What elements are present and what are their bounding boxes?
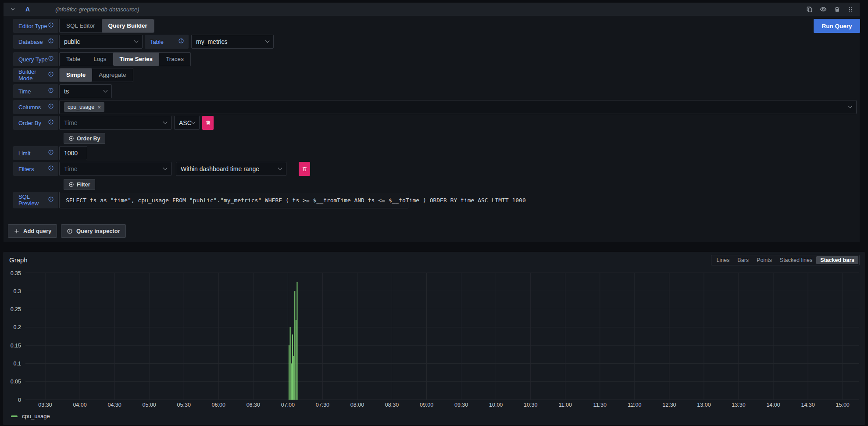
- order-by-column-select[interactable]: Time: [59, 116, 171, 130]
- info-icon[interactable]: [48, 165, 54, 173]
- editor-type-option-sql-editor[interactable]: SQL Editor: [60, 19, 102, 32]
- add-query-label: Add query: [23, 228, 51, 234]
- duplicate-query-icon[interactable]: [806, 6, 813, 13]
- svg-text:11:00: 11:00: [559, 402, 572, 408]
- columns-label-box: Columns: [13, 100, 58, 114]
- chevron-down-icon: [278, 165, 282, 170]
- add-order-by-label: Order By: [77, 136, 100, 142]
- svg-text:12:00: 12:00: [628, 402, 641, 408]
- delete-query-trash-icon[interactable]: [834, 6, 840, 13]
- svg-text:0.3: 0.3: [14, 288, 21, 294]
- svg-text:09:30: 09:30: [454, 402, 468, 408]
- order-by-label: Order By: [18, 120, 41, 126]
- svg-text:13:30: 13:30: [732, 402, 745, 408]
- add-filter-label: Filter: [77, 182, 90, 188]
- builder-mode-option-simple[interactable]: Simple: [60, 68, 92, 82]
- editor-type-label: Editor Type: [18, 23, 47, 29]
- chevron-down-icon: [163, 119, 168, 124]
- query-header-actions: [806, 6, 854, 13]
- query-inspector-label: Query inspector: [76, 228, 120, 234]
- info-icon[interactable]: [48, 103, 54, 111]
- query-type-option-table[interactable]: Table: [60, 53, 87, 66]
- limit-input[interactable]: 1000: [59, 146, 87, 160]
- graph-panel: Graph Lines Bars Points Stacked lines St…: [4, 252, 864, 425]
- time-column-select[interactable]: ts: [59, 84, 112, 98]
- query-type-option-time-series[interactable]: Time Series: [113, 53, 160, 66]
- columns-multiselect[interactable]: cpu_usage ×: [59, 100, 857, 114]
- chevron-down-icon: [848, 104, 853, 108]
- info-icon[interactable]: [48, 55, 54, 63]
- database-label-box: Database: [13, 35, 58, 49]
- query-type-radio-group: Table Logs Time Series Traces: [59, 52, 191, 66]
- info-icon[interactable]: [178, 38, 184, 46]
- table-label-box: Table: [145, 35, 189, 49]
- svg-text:05:00: 05:00: [143, 402, 156, 408]
- query-type-label-box: Query Type: [13, 52, 58, 66]
- table-value: my_metrics: [196, 38, 228, 45]
- query-row-header[interactable]: A (info8fcc-greptimedb-datasource): [4, 3, 860, 16]
- add-order-by-button[interactable]: Order By: [64, 133, 105, 144]
- filter-condition-select[interactable]: Within dashboard time range: [176, 162, 286, 176]
- query-type-option-traces[interactable]: Traces: [159, 53, 190, 66]
- sql-preview-label-box: SQL Preview: [13, 192, 58, 208]
- svg-text:08:00: 08:00: [350, 402, 364, 408]
- svg-text:0.35: 0.35: [11, 270, 21, 276]
- graph-legend[interactable]: cpu_usage: [11, 413, 50, 419]
- add-query-button[interactable]: Add query: [8, 224, 57, 238]
- table-select[interactable]: my_metrics: [191, 35, 274, 49]
- svg-text:14:30: 14:30: [801, 402, 814, 408]
- time-column-value: ts: [64, 88, 69, 95]
- database-value: public: [64, 38, 80, 45]
- sql-preview-label: SQL Preview: [18, 193, 48, 207]
- svg-text:07:00: 07:00: [281, 402, 295, 408]
- order-by-label-box: Order By: [13, 116, 58, 130]
- info-icon[interactable]: [48, 71, 54, 79]
- info-icon[interactable]: [48, 149, 54, 157]
- query-inspector-button[interactable]: Query inspector: [61, 224, 126, 238]
- collapse-chevron-icon[interactable]: [10, 6, 16, 12]
- filter-column-value: Time: [64, 165, 78, 172]
- order-by-direction-value: ASC: [179, 119, 192, 126]
- columns-label: Columns: [18, 104, 41, 111]
- add-filter-button[interactable]: Filter: [64, 179, 95, 190]
- builder-mode-label-box: Builder Mode: [13, 68, 58, 82]
- info-icon[interactable]: [48, 196, 54, 204]
- svg-text:0.2: 0.2: [14, 324, 21, 330]
- info-icon[interactable]: [48, 22, 54, 30]
- svg-text:09:00: 09:00: [420, 402, 433, 408]
- query-ref-id[interactable]: A: [25, 6, 30, 13]
- info-icon[interactable]: [48, 38, 54, 46]
- chevron-down-icon: [104, 88, 108, 92]
- builder-mode-option-aggregate[interactable]: Aggregate: [92, 68, 132, 82]
- time-label: Time: [18, 88, 31, 95]
- svg-text:14:00: 14:00: [766, 402, 780, 408]
- info-icon[interactable]: [48, 119, 54, 127]
- svg-text:0.05: 0.05: [11, 379, 21, 385]
- filter-condition-value: Within dashboard time range: [181, 165, 259, 172]
- column-tag: cpu_usage ×: [64, 102, 104, 112]
- svg-text:12:30: 12:30: [662, 402, 676, 408]
- info-icon[interactable]: [48, 87, 54, 95]
- remove-filter-button[interactable]: [299, 162, 310, 176]
- remove-order-by-button[interactable]: [202, 116, 214, 130]
- sql-preview-code: SELECT ts as "time", cpu_usage FROM "pub…: [59, 192, 408, 208]
- query-type-option-logs[interactable]: Logs: [87, 53, 113, 66]
- order-by-column-value: Time: [64, 119, 78, 126]
- drag-handle-icon[interactable]: [847, 6, 854, 13]
- editor-type-option-query-builder[interactable]: Query Builder: [102, 19, 154, 32]
- run-query-button[interactable]: Run Query: [814, 19, 860, 33]
- limit-value: 1000: [64, 150, 78, 157]
- order-by-direction-select[interactable]: ASC: [174, 116, 200, 130]
- svg-text:0: 0: [18, 397, 21, 403]
- editor-type-radio-group: SQL Editor Query Builder: [59, 19, 154, 33]
- table-label: Table: [150, 39, 164, 45]
- filter-column-select[interactable]: Time: [59, 162, 171, 176]
- chevron-down-icon: [191, 119, 196, 124]
- remove-column-icon[interactable]: ×: [97, 104, 101, 110]
- query-type-label: Query Type: [18, 56, 48, 63]
- database-select[interactable]: public: [59, 35, 143, 49]
- graph-chart[interactable]: 00.050.10.150.20.250.30.3503:3004:0004:3…: [4, 252, 864, 425]
- database-label: Database: [18, 39, 43, 45]
- editor-type-label-box: Editor Type: [13, 19, 58, 33]
- hide-query-eye-icon[interactable]: [820, 6, 827, 13]
